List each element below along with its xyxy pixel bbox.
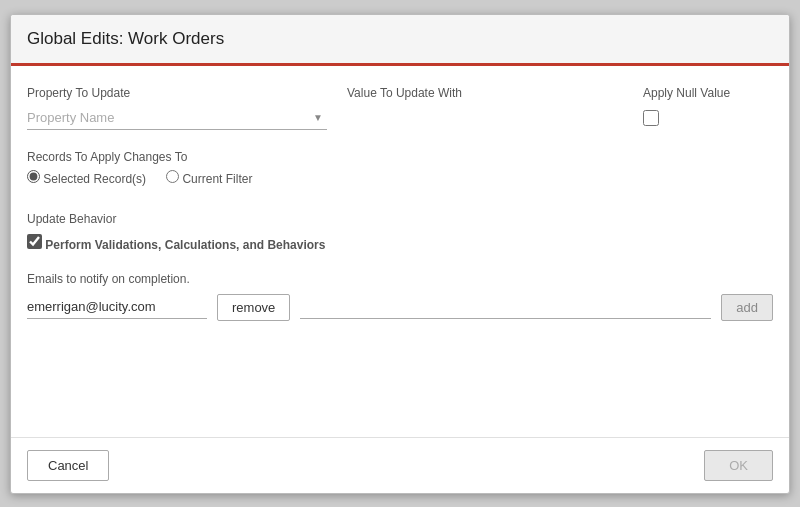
current-filter-label: Current Filter bbox=[182, 172, 252, 186]
selected-records-label: Selected Record(s) bbox=[43, 172, 146, 186]
perform-validations-label: Perform Validations, Calculations, and B… bbox=[45, 238, 325, 252]
current-filter-radio[interactable] bbox=[166, 170, 179, 183]
apply-null-checkbox[interactable] bbox=[643, 110, 659, 126]
property-update-col: Property To Update Property Name ▼ bbox=[27, 86, 327, 130]
value-to-update-label: Value To Update With bbox=[347, 86, 623, 100]
perform-validations-checkbox[interactable] bbox=[27, 234, 42, 249]
add-button[interactable]: add bbox=[721, 294, 773, 321]
property-dropdown-wrapper: Property Name ▼ bbox=[27, 106, 327, 130]
selected-records-radio[interactable] bbox=[27, 170, 40, 183]
apply-null-col: Apply Null Value bbox=[643, 86, 773, 126]
records-section: Records To Apply Changes To Selected Rec… bbox=[27, 150, 773, 192]
ok-button[interactable]: OK bbox=[704, 450, 773, 481]
dialog-title: Global Edits: Work Orders bbox=[27, 29, 773, 49]
property-value-section: Property To Update Property Name ▼ Value… bbox=[27, 86, 773, 130]
global-edits-dialog: Global Edits: Work Orders Property To Up… bbox=[10, 14, 790, 494]
perform-validations-option[interactable]: Perform Validations, Calculations, and B… bbox=[27, 234, 773, 252]
existing-email: emerrigan@lucity.com bbox=[27, 295, 207, 319]
apply-null-label: Apply Null Value bbox=[643, 86, 773, 100]
emails-label: Emails to notify on completion. bbox=[27, 272, 773, 286]
dialog-body: Property To Update Property Name ▼ Value… bbox=[11, 66, 789, 437]
value-update-col: Value To Update With bbox=[347, 86, 623, 106]
property-to-update-label: Property To Update bbox=[27, 86, 327, 100]
property-dropdown[interactable]: Property Name bbox=[27, 106, 327, 130]
new-email-input[interactable] bbox=[300, 295, 711, 319]
update-behavior-section: Update Behavior Perform Validations, Cal… bbox=[27, 212, 773, 252]
update-behavior-label: Update Behavior bbox=[27, 212, 773, 226]
cancel-button[interactable]: Cancel bbox=[27, 450, 109, 481]
radio-group: Selected Record(s) Current Filter bbox=[27, 170, 773, 192]
null-checkbox-wrapper bbox=[643, 110, 773, 126]
emails-section: Emails to notify on completion. emerriga… bbox=[27, 272, 773, 321]
dialog-header: Global Edits: Work Orders bbox=[11, 15, 789, 66]
records-to-apply-label: Records To Apply Changes To bbox=[27, 150, 773, 164]
emails-row: emerrigan@lucity.com remove add bbox=[27, 294, 773, 321]
remove-button[interactable]: remove bbox=[217, 294, 290, 321]
current-filter-option[interactable]: Current Filter bbox=[166, 170, 252, 186]
dialog-footer: Cancel OK bbox=[11, 437, 789, 493]
selected-records-option[interactable]: Selected Record(s) bbox=[27, 170, 146, 186]
